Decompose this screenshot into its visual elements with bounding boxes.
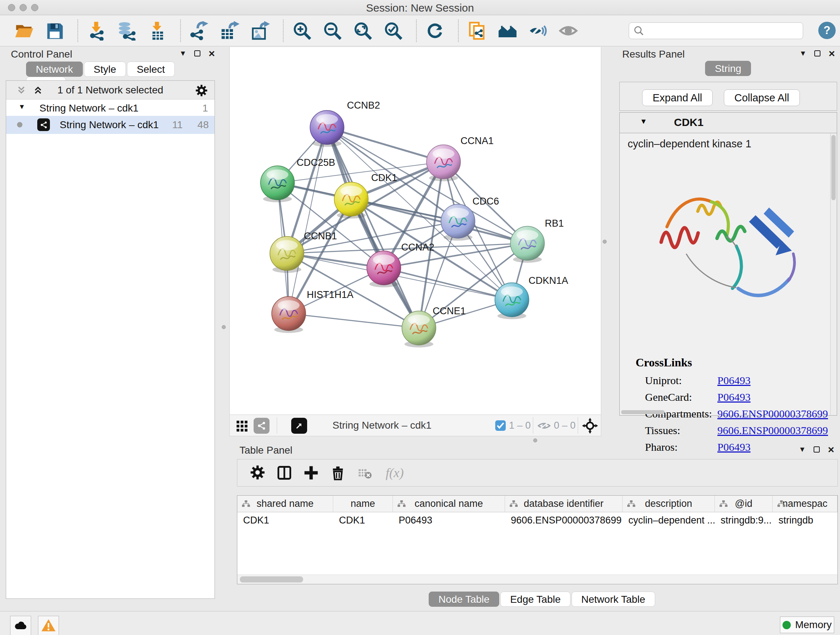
network-edge[interactable] — [289, 127, 327, 314]
search-input[interactable] — [648, 24, 803, 38]
panel-float-icon[interactable] — [194, 50, 201, 57]
table-cell[interactable]: CDK1 — [333, 512, 393, 528]
refresh-view-icon[interactable] — [425, 20, 446, 41]
selected-checkbox-icon[interactable] — [495, 420, 506, 431]
table-cell[interactable]: 9606.ENSP00000378699 — [505, 512, 622, 528]
network-edge[interactable] — [289, 314, 419, 328]
fit-selection-crosshair-icon[interactable] — [582, 418, 598, 434]
cloud-icon — [13, 618, 28, 633]
string-view-icon[interactable] — [254, 418, 270, 434]
new-network-from-selection-icon[interactable] — [467, 20, 488, 41]
table-options-gear-icon[interactable] — [248, 463, 267, 482]
export-image-icon[interactable] — [249, 20, 271, 41]
scrollbar-thumb[interactable] — [240, 576, 303, 583]
zoom-fit-icon[interactable] — [352, 20, 373, 41]
zoom-in-icon[interactable] — [292, 20, 313, 41]
results-vertical-scrollbar[interactable] — [830, 134, 836, 415]
selected-nodes-edges-indicator: 1 – 0 — [509, 420, 531, 431]
tree-expander-icon[interactable]: ▼ — [19, 103, 25, 111]
network-node-RB1[interactable] — [510, 226, 545, 263]
first-neighbors-icon[interactable] — [497, 20, 518, 41]
save-session-icon[interactable] — [44, 20, 65, 41]
add-column-icon[interactable] — [302, 463, 321, 482]
network-node-HIST1H1A[interactable] — [272, 296, 306, 333]
tab-node-table[interactable]: Node Table — [429, 592, 499, 607]
panel-close-icon[interactable]: × — [829, 50, 835, 57]
network-row-selected[interactable]: String Network – cdk1 11 48 — [6, 116, 215, 134]
crosslink-value-link[interactable]: P06493 — [717, 391, 751, 403]
node-label: CCNA1 — [461, 135, 494, 146]
collapse-entry-icon[interactable]: ▼ — [640, 117, 647, 126]
expand-all-button[interactable]: Expand All — [642, 89, 713, 106]
network-node-CDKN1A[interactable] — [495, 283, 529, 319]
network-canvas[interactable]: CCNB2CCNA1CDC25BCDK1CDC6RB1CCNB1CCNA2CDK… — [229, 47, 601, 415]
panel-float-icon[interactable] — [813, 447, 820, 453]
network-node-CCNE1[interactable] — [402, 311, 436, 348]
tab-edge-table[interactable]: Edge Table — [500, 592, 570, 607]
zoom-out-icon[interactable] — [322, 20, 343, 41]
open-in-new-window-icon[interactable] — [291, 418, 307, 434]
bottom-splitter-handle[interactable] — [533, 439, 537, 442]
panel-close-icon[interactable]: × — [208, 50, 215, 57]
delete-table-icon[interactable] — [355, 463, 374, 482]
network-node-CDK1[interactable] — [334, 182, 368, 219]
show-columns-icon[interactable] — [275, 463, 294, 482]
crosslink-value-link[interactable]: 9606.ENSP00000378699 — [717, 408, 828, 420]
table-cell[interactable]: stringdb:9... — [715, 512, 773, 528]
panel-menu-icon[interactable]: ▼ — [799, 49, 807, 57]
table-cell[interactable]: P06493 — [393, 512, 505, 528]
memory-button[interactable]: Memory — [780, 616, 834, 633]
import-table-file-icon[interactable] — [147, 20, 168, 41]
panel-menu-icon[interactable]: ▼ — [799, 445, 806, 454]
table-cell[interactable]: stringdb — [773, 512, 837, 528]
table-row[interactable]: CDK1CDK1P064939606.ENSP00000378699cyclin… — [237, 512, 837, 528]
network-node-CDC6[interactable] — [441, 204, 475, 241]
panel-float-icon[interactable] — [814, 50, 821, 57]
table-cell[interactable]: CDK1 — [237, 512, 333, 528]
tab-string[interactable]: String — [705, 61, 751, 76]
network-node-CDC25B[interactable] — [261, 166, 294, 203]
cloud-button[interactable] — [10, 616, 31, 635]
column-header-name[interactable]: name — [333, 496, 393, 512]
right-splitter-handle[interactable] — [603, 240, 607, 244]
column-header-description[interactable]: description — [622, 496, 715, 512]
tab-style[interactable]: Style — [84, 62, 126, 77]
tab-network[interactable]: Network — [26, 62, 83, 77]
export-network-icon[interactable] — [189, 20, 210, 41]
crosslink-row: Tissues:9606.ENSP00000378699 — [620, 424, 692, 436]
collapse-all-button[interactable]: Collapse All — [724, 89, 800, 106]
delete-column-icon[interactable] — [328, 463, 347, 482]
left-splitter-handle[interactable] — [222, 325, 226, 329]
export-table-icon[interactable] — [219, 20, 240, 41]
column-header-shared-name[interactable]: shared name — [237, 496, 333, 512]
zoom-selected-icon[interactable] — [383, 20, 404, 41]
network-edge[interactable] — [327, 127, 444, 162]
column-header-namespac[interactable]: namespac — [773, 496, 837, 512]
node-details-header[interactable]: ▼ CDK1 — [620, 112, 837, 133]
scrollbar-thumb[interactable] — [831, 135, 836, 200]
panel-menu-icon[interactable]: ▼ — [180, 49, 187, 57]
tab-select[interactable]: Select — [127, 62, 175, 77]
results-horizontal-scrollbar-thumb[interactable] — [621, 410, 665, 414]
crosslink-value-link[interactable]: 9606.ENSP00000378699 — [717, 424, 828, 437]
warnings-button[interactable] — [38, 616, 59, 635]
network-options-gear-icon[interactable] — [195, 84, 208, 98]
table-horizontal-scrollbar[interactable] — [237, 575, 837, 584]
panel-close-icon[interactable]: × — [828, 446, 834, 453]
network-node-CCNB1[interactable] — [270, 236, 304, 273]
network-collection-row[interactable]: ▼ String Network – cdk1 1 — [6, 100, 215, 116]
import-network-file-icon[interactable] — [86, 20, 107, 41]
tab-network-table[interactable]: Network Table — [572, 592, 655, 607]
network-node-CCNA1[interactable] — [426, 145, 461, 181]
column-header-@id[interactable]: @id — [715, 496, 773, 512]
birdseye-grid-icon[interactable] — [235, 420, 248, 432]
column-header-canonical-name[interactable]: canonical name — [393, 496, 505, 512]
crosslink-value-link[interactable]: P06493 — [717, 374, 751, 386]
help-button[interactable]: ? — [818, 22, 836, 39]
show-all-icon[interactable] — [558, 20, 579, 41]
column-header-database-identifier[interactable]: database identifier — [505, 496, 622, 512]
hide-selected-icon[interactable] — [527, 20, 548, 41]
table-cell[interactable]: cyclin–dependent ... — [622, 512, 715, 528]
import-network-database-icon[interactable] — [117, 20, 137, 41]
open-session-icon[interactable] — [14, 20, 35, 41]
